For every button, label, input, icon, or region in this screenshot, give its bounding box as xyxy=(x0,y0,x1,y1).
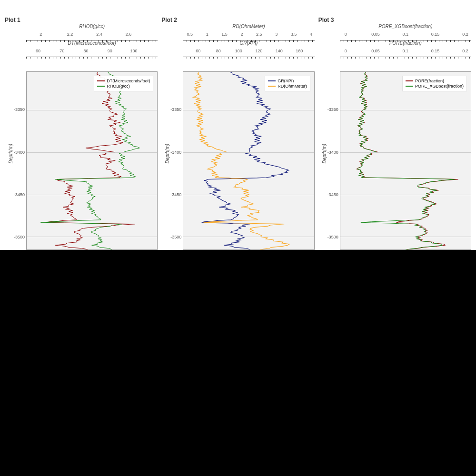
axis-tick: 0.5 xyxy=(187,32,193,37)
y-tick: -3350 xyxy=(170,107,181,112)
axis-tick: 0.05 xyxy=(371,32,380,37)
plot-2-legend: GR(API) RD(OhmMeter) xyxy=(265,76,310,91)
legend-label: DT(Microseconds/foot) xyxy=(107,79,150,83)
plot-2-y-axis: Depth(m) -3350-3400-3450-3500 xyxy=(161,71,183,250)
axis-tick: 1 xyxy=(206,32,208,37)
axis-tick: 0.1 xyxy=(403,32,409,37)
y-tick: -3400 xyxy=(327,150,338,155)
legend-label: GR(API) xyxy=(278,79,294,83)
plot-3-title: Plot 3 xyxy=(318,17,334,23)
axis-tick: 120 xyxy=(255,49,262,53)
y-tick: -3350 xyxy=(14,107,25,112)
plot-1-svg xyxy=(27,72,157,249)
y-tick: -3450 xyxy=(170,192,181,197)
axis-tick: 140 xyxy=(276,49,283,53)
legend-item: RHOB(g/cc) xyxy=(97,84,150,89)
axis-tick: 0 xyxy=(345,32,347,37)
axis-label-rhob: RHOB(g/cc) xyxy=(26,24,158,29)
axis-tick: 0.2 xyxy=(462,49,468,53)
plot-3-legend: PORE(fraction) PORE_XGBoost(fraction) xyxy=(402,76,467,91)
axis-ticks-pore: 00.050.10.150.2 xyxy=(340,47,471,57)
axis-tick: 2 xyxy=(240,32,243,37)
axis-tick: 80 xyxy=(84,49,89,53)
legend-swatch-dt xyxy=(97,80,105,81)
plot-3-svg xyxy=(340,72,471,249)
axis-tick: 0 xyxy=(345,49,347,53)
plot-1: Plot 1 RHOB(g/cc) 22.22.42.6 DT(Microsec… xyxy=(5,71,158,250)
legend-item: GR(API) xyxy=(268,79,307,83)
legend-item: RD(OhmMeter) xyxy=(268,84,307,89)
axis-ticks-rd: 0.511.522.533.54 xyxy=(183,30,314,40)
y-tick: -3400 xyxy=(170,150,181,155)
axis-tick: 100 xyxy=(130,49,138,53)
plot-2-svg xyxy=(183,72,314,249)
axis-tick: 0.05 xyxy=(371,49,380,53)
plot-2-top-axes: RD(OhmMeter) 0.511.522.533.54 GR(API) 60… xyxy=(183,24,314,71)
axis-tick: 1.5 xyxy=(221,32,228,37)
legend-label: PORE_XGBoost(fraction) xyxy=(415,84,464,89)
plot-3-area[interactable]: PORE(fraction) PORE_XGBoost(fraction) xyxy=(340,71,471,250)
plot-3-y-label: Depth(m) xyxy=(322,143,327,163)
axis-label-rd: RD(OhmMeter) xyxy=(183,24,314,29)
axis-label-porexgb: PORE_XGBoost(fraction) xyxy=(340,24,471,29)
axis-tick: 90 xyxy=(108,49,112,53)
axis-ticks-dt: 60708090100 xyxy=(26,47,158,57)
plot-1-y-axis: Depth(m) -3350-3400-3450-3500 xyxy=(5,71,26,250)
y-tick: -3450 xyxy=(327,192,338,197)
legend-swatch-gr xyxy=(268,80,276,81)
axis-tick: 2.6 xyxy=(126,32,132,37)
black-region xyxy=(0,250,476,476)
legend-label: PORE(fraction) xyxy=(415,79,444,83)
axis-tick: 0.15 xyxy=(431,32,440,37)
legend-label: RD(OhmMeter) xyxy=(278,84,307,89)
plot-1-area[interactable]: DT(Microseconds/foot) RHOB(g/cc) xyxy=(26,71,158,250)
plot-3: Plot 3 PORE_XGBoost(fraction) 00.050.10.… xyxy=(318,71,471,250)
axis-tick: 60 xyxy=(36,49,40,53)
y-tick: -3350 xyxy=(327,107,338,112)
axis-tick: 0.1 xyxy=(403,49,409,53)
legend-swatch-porexgb xyxy=(406,86,413,87)
y-tick: -3500 xyxy=(14,235,25,239)
legend-item: DT(Microseconds/foot) xyxy=(97,79,150,83)
axis-tick: 100 xyxy=(235,49,242,53)
plot-3-top-axes: PORE_XGBoost(fraction) 00.050.10.150.2 P… xyxy=(340,24,471,71)
axis-ticks-porexgb: 00.050.10.150.2 xyxy=(340,30,471,40)
axis-tick: 2 xyxy=(40,32,42,37)
axis-ticks-rhob: 22.22.42.6 xyxy=(26,30,158,40)
legend-label: RHOB(g/cc) xyxy=(107,84,130,89)
axis-tick: 3.5 xyxy=(291,32,297,37)
y-tick: -3400 xyxy=(14,150,25,155)
axis-tick: 70 xyxy=(60,49,64,53)
plot-1-top-axes: RHOB(g/cc) 22.22.42.6 DT(Microseconds/fo… xyxy=(26,24,158,71)
legend-item: PORE(fraction) xyxy=(406,79,464,83)
axis-tick: 0.2 xyxy=(462,32,468,37)
plot-1-y-label: Depth(m) xyxy=(8,143,13,163)
axis-tick: 80 xyxy=(216,49,221,53)
axis-tick: 4 xyxy=(310,32,312,37)
legend-item: PORE_XGBoost(fraction) xyxy=(406,84,464,89)
plot-1-title: Plot 1 xyxy=(5,17,20,23)
axis-tick: 2.2 xyxy=(67,32,73,37)
axis-tick: 160 xyxy=(296,49,303,53)
plot-2-y-label: Depth(m) xyxy=(165,143,170,163)
y-tick: -3500 xyxy=(327,235,338,239)
axis-tick: 2.4 xyxy=(96,32,102,37)
plot-3-y-axis: Depth(m) -3350-3400-3450-3500 xyxy=(318,71,340,250)
axis-tick: 0.15 xyxy=(431,49,440,53)
legend-swatch-rhob xyxy=(97,86,105,87)
y-tick: -3500 xyxy=(170,235,181,239)
plot-1-legend: DT(Microseconds/foot) RHOB(g/cc) xyxy=(94,76,153,91)
axis-tick: 60 xyxy=(196,49,200,53)
y-tick: -3450 xyxy=(14,192,25,197)
plot-2-title: Plot 2 xyxy=(161,17,177,23)
axis-tick: 2.5 xyxy=(256,32,262,37)
plot-2: Plot 2 RD(OhmMeter) 0.511.522.533.54 GR(… xyxy=(161,71,314,250)
legend-swatch-pore xyxy=(406,80,413,81)
chart-row: Plot 1 RHOB(g/cc) 22.22.42.6 DT(Microsec… xyxy=(0,0,476,250)
axis-tick: 3 xyxy=(275,32,278,37)
legend-swatch-rd xyxy=(268,86,276,87)
plot-2-area[interactable]: GR(API) RD(OhmMeter) xyxy=(183,71,314,250)
axis-ticks-gr: 6080100120140160 xyxy=(183,47,314,57)
